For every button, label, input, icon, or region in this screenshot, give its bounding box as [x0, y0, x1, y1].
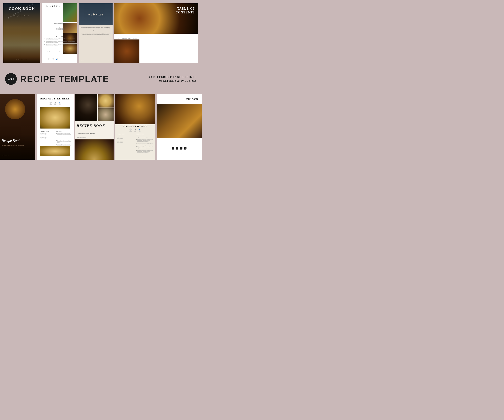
recipe-name-columns: INGREDIENTS Insert your point in here In…: [117, 133, 154, 154]
ingredient-3: Insert your point in here: [44, 27, 76, 28]
waffle-image: [40, 107, 70, 129]
middle-section: Canva RECIPE TEMPLATE 48 DIFFERENT PAGE …: [0, 66, 202, 92]
rth-methods: METHODS 01 Macaroon jelly gummi bears ca…: [56, 131, 72, 148]
ingredient-1: Insert your point in here: [44, 24, 76, 25]
rn-servings-text: 4 to 5: [139, 131, 140, 132]
serving-icon: 👥: [56, 58, 58, 60]
rn-step-text-4: Draqin draqin marshmallow chops chops pu…: [137, 146, 154, 149]
recipe-name-icons: ⏱ 10 mins 🍳 10 mins 👥 4 to 5: [115, 129, 155, 132]
instagram-icon: ✦: [176, 147, 178, 150]
facebook-icon: f: [172, 147, 174, 150]
your-name-page: Your Name f ✦ P ▶ www.yourwebsite.com: [156, 94, 202, 160]
pinterest-icon: P: [180, 147, 182, 150]
prep-icon: ⏱ 10 mins: [49, 102, 52, 105]
your-name-title: Your Name: [185, 97, 198, 101]
ultimate-main-title: RECIPE BOOK: [77, 123, 112, 128]
rn-ing-5: Insert your point in here: [117, 141, 134, 142]
recipe-name-page: RECIPE NAME HERE ⏱ 10 mins 🍳 10 mins 👥 4…: [115, 94, 155, 160]
servings-icon: 👥 4 to 5: [56, 58, 58, 61]
pot-icon: 🍳: [52, 58, 54, 60]
step-text-5: Draqin draqin marshmallow chops chops pu…: [46, 51, 76, 53]
rth-bottom-image: [40, 146, 70, 156]
toc-item-1: 06 RECIPE TITLE HERE: [118, 35, 195, 37]
rn-step-num-1: 01: [136, 135, 137, 138]
rn-step-text-2: Draqin draqin marshmallow chops chops pu…: [137, 139, 154, 142]
rn-ingredients-col: INGREDIENTS Insert your point in here In…: [117, 133, 134, 154]
welcome-header: welcome: [79, 3, 113, 25]
rth-step-1: 01 Macaroon jelly gummi bears cake cake.…: [56, 133, 72, 136]
serving-icon-3: 👥: [139, 129, 141, 131]
servings-text: 4 to 5: [59, 104, 60, 105]
your-name-food-image: [156, 104, 202, 138]
recipe-top-image: [63, 3, 77, 22]
rn-ing-3: Insert your point in here: [117, 138, 134, 139]
rn-ing-6: Insert your point in here: [117, 142, 134, 143]
rth-step-text-1: Macaroon jelly gummi bears cake cake. Ha…: [57, 133, 72, 136]
ingredients-section: INGREDIENTS Insert your point in here In…: [44, 23, 76, 30]
step-num-3: 03: [44, 44, 46, 46]
ultimate-mid-right-image: [98, 108, 114, 121]
recipe-name-top-image: [115, 94, 155, 124]
ultimate-top-left-image: [75, 94, 97, 121]
ultimate-top-right-image: [98, 94, 114, 108]
rth-ing-1: Insert your point in here: [40, 133, 54, 134]
toc-num-2: 09: [118, 38, 121, 39]
rn-step-1: 01 Draqin draqin marshmallow chops chops…: [136, 135, 154, 138]
method-section: METHOD 01 Draqin draqin marshmallow chop…: [44, 36, 76, 54]
ingredient-5: Insert your point in here: [44, 29, 76, 30]
recipe-ingredients-page: Recipe Title Here INGREDIENTS Insert you…: [42, 3, 77, 63]
rn-step-num-2: 02: [136, 139, 137, 142]
rth-step-num-3: 03: [56, 140, 57, 143]
step-text-4: Draqin draqin marshmallow chops chops pu…: [46, 48, 76, 49]
rn-step-2: 02 Draqin draqin marshmallow chops chops…: [136, 139, 154, 142]
ultimate-subtitle: The Ultimate Savory Delights: [77, 133, 112, 134]
recipe-title-waffle-page: RECIPE TITLE HERE ⏱ 10 mins 🍳 10 mins 👥 …: [37, 94, 74, 160]
toc-item-2: 09 RECIPE TITLE HERE: [118, 38, 195, 39]
rth-step-2: 02 Macaroon jelly gummi bears cake cake.…: [56, 137, 72, 139]
pot-icon-2: 🍳: [54, 102, 56, 104]
welcome-para-2: Insert what your brand stand for and wha…: [81, 33, 111, 37]
step-num-4: 04: [44, 48, 46, 49]
cook-icon: 🍳 10 mins: [54, 102, 56, 105]
toc-label-2: RECIPE TITLE HERE: [122, 38, 138, 39]
method-label: METHOD: [44, 36, 76, 37]
welcome-email: hello@website.com: [81, 60, 86, 61]
cookbook-cover-page: COOK BOOK Tasty Recipes Secrets Author n…: [3, 3, 40, 63]
rn-ing-1: Insert your point in here: [117, 135, 134, 136]
method-step-2: 02 Draqin draqin marshmallow chops chops…: [44, 41, 76, 43]
toc-bottom-image: [114, 39, 139, 63]
welcome-footer: hello@website.com www.website.com: [81, 60, 111, 61]
canva-badge: Canva: [5, 73, 17, 85]
rth-step-text-3: Macaroon jelly gummi bears cake cake. Ha…: [57, 140, 72, 143]
social-icons-row: f ✦ P ▶: [156, 147, 202, 150]
rn-directions-col: DIRECTIONS 01 Draqin draqin marshmallow …: [136, 133, 154, 154]
welcome-page: welcome Vegges es bonus vobis, proinde v…: [79, 3, 113, 63]
method-step-5: 05 Draqin draqin marshmallow chops chops…: [44, 51, 76, 53]
rn-prep-icon: ⏱ 10 mins: [129, 129, 132, 132]
servings-icon-2: 👥 4 to 5: [59, 102, 61, 105]
recipe-book-dark-title: Recipe Book: [2, 138, 34, 143]
ultimate-bottom-image: [75, 139, 114, 160]
serving-icon-2: 👥: [59, 102, 61, 104]
rth-step-text-2: Macaroon jelly gummi bears cake cake. Ha…: [57, 137, 72, 139]
rth-ingredients-label: INGREDIENTS: [40, 131, 54, 132]
feature-1: 48 DIFFERENT PAGE DESIGNS: [149, 76, 197, 79]
recipe-book-dark-author: Author name here: [2, 155, 9, 156]
youtube-icon: ▶: [184, 147, 186, 150]
rn-prep-text: 10 mins: [129, 131, 132, 132]
step-text-1: Draqin draqin marshmallow chops chops pu…: [46, 38, 76, 40]
rth-step-num-2: 02: [56, 137, 57, 139]
rn-servings-icon: 👥 4 to 5: [139, 129, 141, 132]
prep-time-text: 10 mins: [49, 104, 52, 105]
dark-cover-circle-image: [5, 99, 25, 119]
step-num-2: 02: [44, 41, 46, 43]
method-step-1: 01 Draqin draqin marshmallow chops chops…: [44, 38, 76, 40]
ingredients-label: INGREDIENTS: [44, 23, 76, 24]
ultimate-recipe-book-page: RECIPE BOOK The Ultimate Savory Delights…: [75, 94, 114, 160]
your-name-website: www.yourwebsite.com: [156, 153, 202, 155]
rn-ing-4: Insert your point in here: [117, 139, 134, 140]
cookbook-cover-subtitle: Tasty Recipes Secrets: [3, 15, 40, 17]
rn-step-text-1: Draqin draqin marshmallow chops chops pu…: [137, 135, 154, 138]
rth-methods-label: METHODS: [56, 131, 72, 132]
rth-ingredients: INGREDIENTS Insert your point in here In…: [40, 131, 54, 140]
